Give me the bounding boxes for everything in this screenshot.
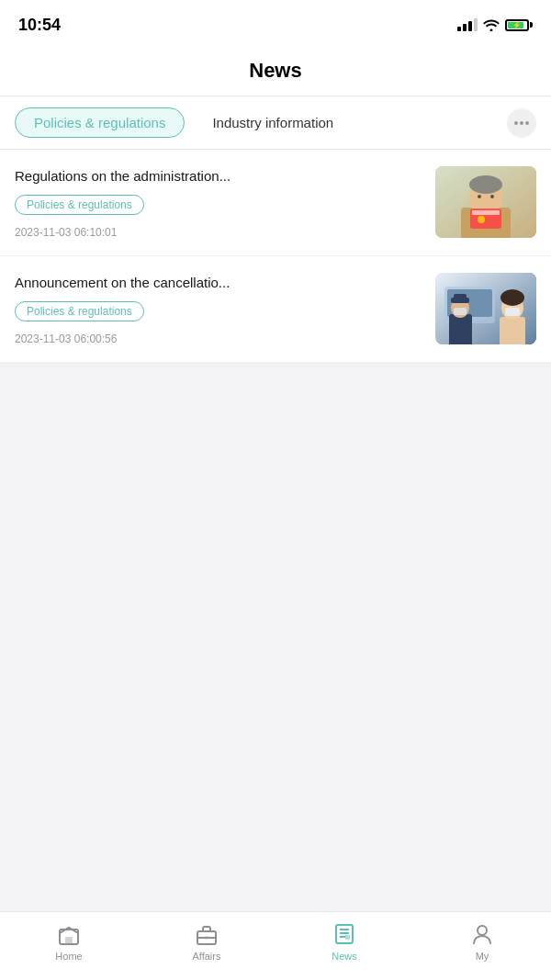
- page-header: News: [0, 46, 551, 96]
- svg-point-6: [469, 175, 502, 194]
- news-item[interactable]: Regulations on the administration... Pol…: [0, 150, 551, 256]
- svg-rect-15: [449, 314, 472, 344]
- svg-point-10: [478, 195, 481, 198]
- tab-affairs[interactable]: Affairs: [138, 921, 276, 962]
- tab-news[interactable]: News: [276, 921, 413, 962]
- more-icon: [514, 121, 529, 125]
- news-item-thumbnail: [435, 166, 536, 238]
- news-item-content: Announcement on the cancellatio... Polic…: [15, 273, 424, 345]
- news-item-date: 2023-11-03 06:10:01: [15, 226, 424, 239]
- svg-point-34: [478, 926, 487, 935]
- svg-rect-25: [65, 937, 73, 944]
- wifi-icon: [483, 18, 500, 31]
- svg-point-9: [478, 216, 485, 223]
- news-item-thumbnail: [435, 273, 536, 344]
- battery-icon: ⚡: [505, 19, 533, 31]
- svg-rect-8: [472, 210, 500, 215]
- status-icons: ⚡: [457, 18, 533, 31]
- tab-my-label: My: [476, 951, 489, 962]
- news-item-title: Announcement on the cancellatio...: [15, 273, 424, 292]
- svg-rect-23: [505, 308, 520, 316]
- tab-home[interactable]: Home: [0, 921, 138, 962]
- svg-rect-19: [454, 308, 467, 315]
- tab-my[interactable]: My: [413, 921, 551, 962]
- svg-rect-33: [345, 935, 350, 940]
- svg-rect-18: [454, 294, 467, 299]
- news-item-content: Regulations on the administration... Pol…: [15, 166, 424, 239]
- svg-point-1: [520, 121, 523, 125]
- status-bar: 10:54 ⚡: [0, 0, 551, 46]
- home-icon: [56, 921, 82, 947]
- news-item-date: 2023-11-03 06:00:56: [15, 332, 424, 345]
- news-item-title: Regulations on the administration...: [15, 166, 424, 186]
- svg-rect-20: [500, 317, 525, 344]
- signal-icon: [457, 18, 478, 31]
- affairs-icon: [194, 921, 219, 947]
- tab-industry-information[interactable]: Industry information: [194, 108, 352, 137]
- status-time: 10:54: [18, 16, 61, 35]
- bottom-tab-bar: Home Affairs News: [0, 911, 551, 980]
- tab-news-label: News: [332, 951, 357, 962]
- filter-tab-bar: Policies & regulations Industry informat…: [0, 96, 551, 150]
- svg-point-0: [514, 121, 518, 125]
- svg-point-11: [490, 195, 494, 198]
- my-icon: [469, 921, 495, 947]
- empty-content-area: [0, 363, 551, 822]
- svg-point-22: [500, 289, 524, 306]
- tab-policies-regulations[interactable]: Policies & regulations: [15, 107, 185, 138]
- page-title: News: [249, 59, 301, 82]
- news-list: Regulations on the administration... Pol…: [0, 150, 551, 363]
- news-icon: [332, 921, 357, 947]
- news-item-tag: Policies & regulations: [15, 301, 144, 321]
- news-item[interactable]: Announcement on the cancellatio... Polic…: [0, 256, 551, 363]
- tab-home-label: Home: [55, 951, 82, 962]
- tab-affairs-label: Affairs: [193, 951, 221, 962]
- more-tab-button[interactable]: [507, 108, 536, 138]
- svg-point-2: [525, 121, 529, 125]
- news-item-tag: Policies & regulations: [15, 195, 144, 215]
